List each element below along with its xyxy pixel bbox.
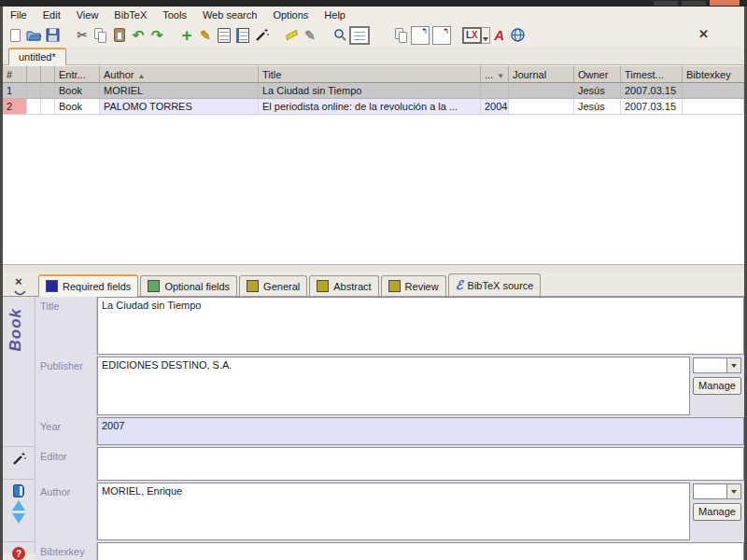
cut-icon[interactable]: ✂ bbox=[73, 26, 92, 45]
col-header-num[interactable]: # bbox=[3, 65, 27, 83]
required-fields-doc-icon[interactable] bbox=[215, 26, 233, 45]
cell-owner[interactable]: Jesús bbox=[574, 83, 621, 99]
col-header-timestamp[interactable]: Timest... bbox=[621, 65, 683, 83]
wizard-wand-icon[interactable] bbox=[252, 26, 271, 45]
save-database-icon[interactable] bbox=[43, 26, 62, 45]
col-header-bibtexkey[interactable]: Bibtexkey bbox=[683, 65, 744, 83]
help-icon[interactable]: ? bbox=[12, 547, 25, 560]
cell-journal[interactable] bbox=[509, 83, 574, 99]
cell-timestamp[interactable]: 2007.03.15 bbox=[621, 83, 683, 99]
col-header-flag1[interactable] bbox=[27, 65, 41, 83]
menu-edit[interactable]: Edit bbox=[43, 9, 61, 21]
cell-title[interactable]: El periodista online: de la revolución a… bbox=[259, 99, 481, 115]
cell-author[interactable]: PALOMO TORRES bbox=[100, 99, 259, 115]
window-control-button[interactable] bbox=[682, 1, 706, 6]
editor-field[interactable] bbox=[97, 447, 744, 481]
paste-icon[interactable] bbox=[110, 26, 129, 45]
tab-review[interactable]: Review bbox=[381, 275, 446, 296]
author-field[interactable]: MORIEL, Enrique bbox=[97, 483, 690, 540]
col-header-year[interactable]: ...▼ bbox=[481, 65, 509, 83]
col-header-flag2[interactable] bbox=[41, 65, 55, 83]
menu-help[interactable]: Help bbox=[324, 9, 345, 21]
cell-title[interactable]: La Ciudad sin Tiempo bbox=[259, 83, 481, 99]
tab-optional-fields[interactable]: Optional fields bbox=[140, 275, 237, 296]
push-to-lyx-button[interactable]: LX bbox=[462, 27, 482, 44]
copy-key-icon[interactable] bbox=[392, 26, 411, 45]
cell-owner[interactable]: Jesús bbox=[574, 99, 621, 115]
editor-splitter[interactable] bbox=[3, 264, 744, 272]
edit-entry-icon[interactable]: ✎ bbox=[196, 26, 215, 45]
cell-year[interactable]: 2004 bbox=[481, 99, 509, 115]
optional-square-icon bbox=[148, 280, 160, 292]
new-entry-icon[interactable]: + bbox=[177, 26, 196, 45]
menu-tools[interactable]: Tools bbox=[162, 9, 187, 21]
window-control-button[interactable] bbox=[654, 1, 678, 6]
toolbar-close-icon[interactable]: ✕ bbox=[698, 27, 709, 41]
menu-options[interactable]: Options bbox=[273, 9, 308, 21]
open-database-icon[interactable] bbox=[24, 26, 43, 45]
prev-entry-icon[interactable] bbox=[12, 500, 25, 511]
title-field[interactable]: La Ciudad sin Tiempo bbox=[97, 297, 744, 355]
cell-bibtexkey[interactable] bbox=[683, 99, 744, 115]
tab-required-fields[interactable]: Required fields bbox=[38, 274, 138, 297]
field-label-author: Author bbox=[35, 483, 97, 540]
import-entries-icon[interactable]: ↰ bbox=[411, 26, 430, 45]
new-database-icon[interactable] bbox=[6, 26, 24, 45]
cell-num[interactable]: 1 bbox=[3, 83, 27, 99]
close-editor-icon[interactable]: × bbox=[15, 274, 22, 288]
menu-file[interactable]: File bbox=[10, 9, 27, 21]
tab-bibtex-source[interactable]: ℰ BibTeX source bbox=[448, 273, 542, 296]
collapse-editor-icon[interactable] bbox=[14, 290, 26, 297]
push-to-lyx-dropdown[interactable] bbox=[482, 27, 490, 44]
publisher-field[interactable]: EDICIONES DESTINO, S.A. bbox=[97, 357, 690, 415]
cell-bibtexkey[interactable] bbox=[683, 83, 744, 99]
copy-icon[interactable] bbox=[92, 26, 110, 45]
publisher-combo[interactable] bbox=[693, 357, 741, 373]
col-header-entrytype[interactable]: Entr... bbox=[55, 65, 100, 83]
tab-abstract[interactable]: Abstract bbox=[309, 275, 378, 296]
tab-general[interactable]: General bbox=[239, 275, 307, 296]
cell-flag1[interactable] bbox=[27, 99, 41, 115]
lyx-label-x: X bbox=[472, 30, 478, 40]
chevron-down-icon[interactable] bbox=[726, 358, 740, 372]
author-manage-button[interactable]: Manage bbox=[693, 503, 741, 521]
col-header-title[interactable]: Title bbox=[259, 65, 481, 83]
redo-icon[interactable]: ↷ bbox=[148, 26, 166, 45]
next-entry-icon[interactable] bbox=[12, 513, 25, 524]
publisher-manage-button[interactable]: Manage bbox=[693, 377, 741, 395]
notebook-icon[interactable] bbox=[13, 484, 24, 497]
cell-flag2[interactable] bbox=[41, 99, 55, 115]
unmark-entries-icon[interactable]: ✎ bbox=[301, 26, 319, 45]
cell-flag1[interactable] bbox=[27, 83, 41, 99]
menu-view[interactable]: View bbox=[77, 9, 99, 21]
toggle-preview-icon[interactable] bbox=[349, 26, 370, 45]
menu-web-search[interactable]: Web search bbox=[203, 9, 258, 21]
web-globe-icon[interactable] bbox=[509, 26, 528, 45]
chevron-down-icon[interactable] bbox=[726, 484, 740, 498]
year-field[interactable]: 2007 bbox=[97, 417, 744, 445]
col-header-owner[interactable]: Owner bbox=[574, 65, 621, 83]
open-pdf-icon[interactable]: A bbox=[490, 26, 509, 45]
window-close-button[interactable] bbox=[710, 0, 740, 6]
cell-author[interactable]: MORIEL bbox=[100, 83, 259, 99]
cell-entrytype[interactable]: Book bbox=[55, 83, 100, 99]
export-entries-icon[interactable]: ↰ bbox=[432, 26, 451, 45]
bibtexkey-field[interactable] bbox=[97, 542, 744, 560]
mark-entries-icon[interactable] bbox=[282, 26, 301, 45]
cell-journal[interactable] bbox=[509, 99, 574, 115]
cell-timestamp[interactable]: 2007.03.15 bbox=[621, 99, 683, 115]
cell-flag2[interactable] bbox=[41, 83, 55, 99]
search-icon[interactable] bbox=[331, 26, 349, 45]
cell-entrytype[interactable]: Book bbox=[55, 99, 100, 115]
undo-icon[interactable]: ↶ bbox=[129, 26, 148, 45]
cell-num[interactable]: 2 bbox=[3, 99, 27, 115]
col-header-journal[interactable]: Journal bbox=[509, 65, 574, 83]
database-tab-untitled[interactable]: untitled* bbox=[8, 48, 66, 65]
col-header-author[interactable]: Author▲ bbox=[100, 65, 259, 83]
menu-bibtex[interactable]: BibTeX bbox=[114, 9, 147, 21]
generate-key-wand-icon[interactable] bbox=[11, 452, 26, 467]
cell-year[interactable] bbox=[481, 83, 509, 99]
optional-fields-doc-icon[interactable] bbox=[233, 26, 252, 45]
general-square-icon bbox=[247, 280, 259, 292]
author-combo[interactable] bbox=[693, 483, 741, 499]
